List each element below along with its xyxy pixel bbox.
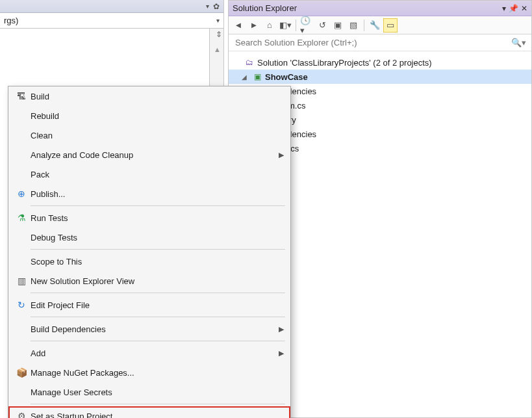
submenu-arrow-icon: ▶: [279, 151, 284, 159]
ctx-publish[interactable]: ⊕ Publish...: [8, 184, 290, 203]
gear-icon: ⚙: [12, 411, 31, 418]
switch-views-button[interactable]: ◧▾: [278, 18, 292, 33]
panel-title: Solution Explorer: [233, 3, 502, 13]
toolbar-separator: [296, 20, 296, 31]
ctx-pack[interactable]: Pack: [8, 164, 290, 184]
preview-button[interactable]: ▭: [383, 18, 398, 33]
ctx-separator: [31, 249, 285, 250]
package-icon: 📦: [12, 367, 31, 378]
scroll-up-icon[interactable]: ▲: [214, 46, 221, 53]
tree-row-solution[interactable]: 🗂 Solution 'ClassLibraryProjects' (2 of …: [229, 55, 531, 70]
ctx-separator: [31, 404, 285, 404]
ctx-clean[interactable]: Clean: [8, 125, 290, 145]
editor-topbar: ▾ ✿: [0, 0, 223, 13]
pending-changes-button[interactable]: 🕓▾: [299, 18, 314, 33]
dropdown-text: rgs): [4, 16, 18, 25]
project-label: ShowCase: [265, 72, 308, 82]
solution-explorer-titlebar[interactable]: Solution Explorer ▾ 📌 ✕: [229, 1, 531, 16]
csproj-icon: ▣: [252, 72, 262, 81]
ctx-build-dependencies[interactable]: Build Dependencies ▶: [8, 319, 290, 339]
ctx-edit-project-file[interactable]: ↻ Edit Project File: [8, 295, 290, 315]
ctx-build[interactable]: 🏗 Build: [8, 86, 290, 106]
ctx-rebuild[interactable]: Rebuild: [8, 106, 290, 125]
dropdown-arrow-icon[interactable]: ▾: [206, 3, 209, 10]
ctx-analyze[interactable]: Analyze and Code Cleanup ▶: [8, 145, 290, 164]
solution-label: Solution 'ClassLibraryProjects' (2 of 2 …: [257, 58, 432, 68]
gear-icon[interactable]: ✿: [213, 2, 220, 11]
split-icon[interactable]: ⇕: [216, 30, 222, 39]
search-icon[interactable]: 🔍▾: [511, 38, 526, 47]
project-context-menu: 🏗 Build Rebuild Clean Analyze and Code C…: [8, 86, 291, 418]
collapse-all-button[interactable]: ▣: [331, 18, 345, 33]
new-window-icon: ▥: [12, 276, 31, 286]
ctx-separator: [31, 341, 285, 341]
submenu-arrow-icon: ▶: [279, 349, 284, 358]
close-icon[interactable]: ✕: [521, 4, 527, 13]
forward-button[interactable]: ►: [247, 18, 261, 33]
ctx-add[interactable]: Add ▶: [8, 343, 290, 363]
flask-icon: ⚗: [12, 213, 31, 223]
solution-explorer-search[interactable]: 🔍▾: [229, 34, 531, 51]
ctx-run-tests[interactable]: ⚗ Run Tests: [8, 208, 290, 228]
home-button[interactable]: ⌂: [262, 18, 277, 33]
ctx-scope[interactable]: Scope to This: [8, 252, 290, 271]
ctx-set-startup-project[interactable]: ⚙ Set as Startup Project: [8, 406, 290, 418]
search-input[interactable]: [234, 37, 511, 48]
ctx-separator: [31, 293, 285, 293]
ctx-separator: [31, 317, 285, 317]
edit-icon: ↻: [12, 300, 31, 310]
pin-icon[interactable]: 📌: [509, 4, 518, 13]
tree-row-showcase[interactable]: ◢ ▣ ShowCase: [229, 70, 531, 84]
sync-button[interactable]: ↺: [315, 18, 329, 33]
globe-icon: ⊕: [12, 189, 31, 199]
ctx-separator: [31, 205, 285, 206]
ctx-secrets[interactable]: Manage User Secrets: [8, 382, 290, 402]
window-menu-icon[interactable]: ▾: [502, 4, 506, 13]
solution-explorer-toolbar: ◄ ► ⌂ ◧▾ 🕓▾ ↺ ▣ ▧ 🔧 ▭: [229, 16, 531, 34]
toolbar-separator: [364, 20, 364, 31]
editor-member-dropdown[interactable]: rgs) ▾: [0, 13, 223, 29]
submenu-arrow-icon: ▶: [279, 325, 284, 333]
chevron-down-icon: ▾: [216, 17, 220, 24]
show-all-button[interactable]: ▧: [346, 18, 361, 33]
ctx-nuget[interactable]: 📦 Manage NuGet Packages...: [8, 363, 290, 382]
build-icon: 🏗: [12, 91, 31, 101]
properties-button[interactable]: 🔧: [368, 18, 382, 33]
solution-icon: 🗂: [244, 58, 255, 67]
ctx-new-view[interactable]: ▥ New Solution Explorer View: [8, 271, 290, 291]
back-button[interactable]: ◄: [231, 18, 246, 33]
ctx-debug-tests[interactable]: Debug Tests: [8, 228, 290, 247]
twisty-expanded-icon[interactable]: ◢: [242, 73, 249, 81]
